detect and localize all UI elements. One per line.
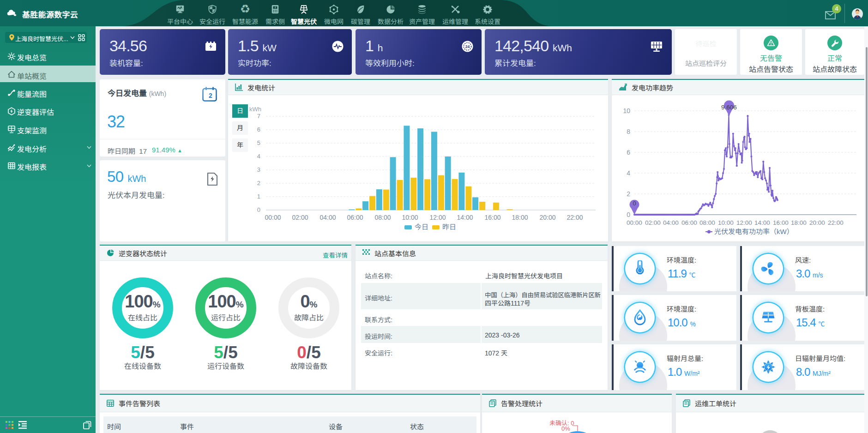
svg-text:4: 4 — [257, 153, 260, 160]
svg-text:昨日: 昨日 — [442, 222, 456, 231]
svg-text:00:00: 00:00 — [265, 214, 281, 221]
svg-text:18:00: 18:00 — [512, 214, 528, 221]
svg-text:1: 1 — [257, 193, 260, 200]
svg-text:14:00: 14:00 — [457, 214, 473, 221]
svg-text:04:00: 04:00 — [319, 214, 336, 221]
svg-text:14:00: 14:00 — [754, 219, 770, 226]
svg-text:18:00: 18:00 — [791, 219, 807, 226]
svg-text:10: 10 — [623, 107, 630, 114]
svg-text:06:00: 06:00 — [347, 214, 363, 221]
svg-text:08:00: 08:00 — [699, 219, 715, 226]
svg-text:22:00: 22:00 — [828, 219, 844, 226]
svg-text:00:00: 00:00 — [627, 219, 642, 226]
svg-text:今日: 今日 — [415, 222, 428, 231]
svg-text:0: 0 — [627, 211, 630, 218]
svg-text:12:00: 12:00 — [429, 214, 446, 221]
svg-text:4: 4 — [627, 169, 630, 177]
svg-text:0: 0 — [633, 200, 636, 207]
svg-text:2: 2 — [627, 190, 630, 198]
svg-text:光伏发电有功功率（kW）: 光伏发电有功功率（kW） — [714, 226, 794, 236]
svg-text:6: 6 — [257, 126, 260, 133]
svg-text:22:00: 22:00 — [567, 214, 583, 221]
svg-text:20:00: 20:00 — [809, 219, 825, 226]
svg-text:04:00: 04:00 — [663, 219, 679, 226]
svg-text:0: 0 — [257, 206, 260, 213]
svg-text:08:00: 08:00 — [374, 214, 391, 221]
svg-text:2: 2 — [209, 92, 212, 99]
svg-text:5: 5 — [257, 139, 260, 146]
svg-text:12:00: 12:00 — [736, 219, 752, 226]
svg-text:16:00: 16:00 — [773, 219, 789, 226]
svg-text:6: 6 — [627, 149, 630, 156]
svg-text:16:00: 16:00 — [484, 214, 500, 221]
svg-text:3: 3 — [257, 166, 260, 173]
svg-text:10:00: 10:00 — [402, 214, 418, 221]
svg-text:20:00: 20:00 — [539, 214, 555, 221]
svg-text:9.606: 9.606 — [721, 104, 737, 111]
svg-text:10:00: 10:00 — [718, 219, 734, 226]
svg-text:02:00: 02:00 — [645, 219, 661, 226]
svg-text:8: 8 — [627, 128, 630, 135]
svg-text:kWh: kWh — [249, 106, 261, 113]
svg-text:06:00: 06:00 — [681, 219, 697, 226]
svg-text:2: 2 — [257, 180, 260, 186]
svg-text:24: 24 — [465, 44, 470, 49]
svg-text:7: 7 — [257, 113, 260, 120]
svg-text:02:00: 02:00 — [292, 214, 308, 221]
